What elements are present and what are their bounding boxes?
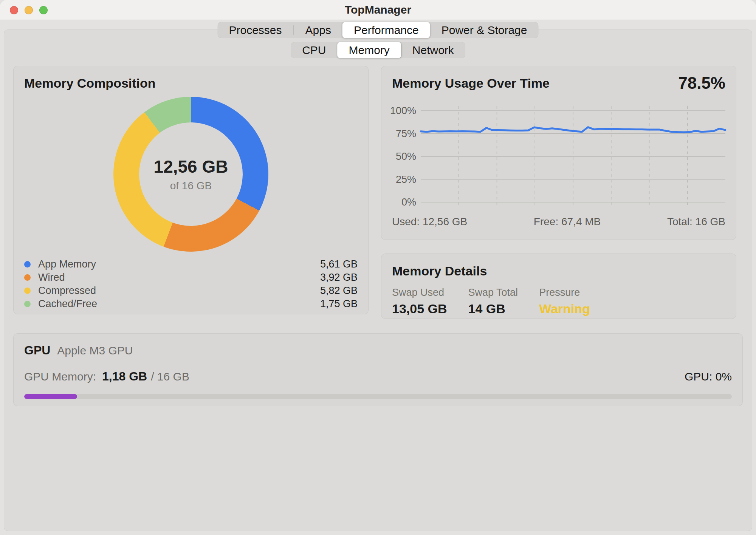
y-tick: 75% (396, 128, 416, 139)
legend-item-compressed: Compressed 5,82 GB (24, 284, 358, 297)
donut-center-value: 12,56 GB (154, 156, 228, 177)
memory-details-title: Memory Details (392, 264, 725, 278)
memory-usage-percent: 78.5% (678, 74, 725, 93)
usage-total: Total: 16 GB (667, 216, 725, 228)
usage-used: Used: 12,56 GB (392, 216, 467, 228)
traffic-lights (10, 6, 48, 14)
window-title: TopManager (345, 3, 411, 16)
tab-apps[interactable]: Apps (294, 22, 342, 38)
gpu-label: GPU (24, 343, 50, 357)
usage-line-chart: 100% 75% 50% 25% 0% (392, 111, 725, 202)
legend-value: 1,75 GB (320, 298, 358, 310)
y-tick: 25% (396, 173, 416, 185)
gpu-card: GPU Apple M3 GPU GPU Memory: 1,18 GB / 1… (13, 333, 743, 406)
memory-composition-card: Memory Composition 12,56 GB of 16 GB App… (13, 66, 369, 314)
subtab-memory[interactable]: Memory (337, 42, 401, 58)
pressure-value: Warning (539, 302, 590, 316)
main-tab-bar: Processes Apps Performance Power & Stora… (218, 22, 539, 38)
legend-item-cached-free: Cached/Free 1,75 GB (24, 297, 358, 311)
legend-dot (24, 288, 31, 294)
memory-usage-card: Memory Usage Over Time 78.5% 100% 75% 50… (381, 66, 736, 240)
chart-plot-area (421, 111, 725, 202)
usage-line-svg (421, 111, 725, 202)
minimize-button[interactable] (25, 6, 33, 14)
tab-power-storage[interactable]: Power & Storage (430, 22, 539, 38)
usage-footer: Used: 12,56 GB Free: 67,4 MB Total: 16 G… (392, 216, 725, 228)
stat-swap-total: Swap Total 14 GB (468, 287, 518, 316)
gpu-usage-percent: GPU: 0% (685, 370, 732, 383)
legend-label: Wired (38, 272, 65, 283)
legend-value: 5,82 GB (320, 285, 358, 297)
gpu-memory-label: GPU Memory: (24, 370, 96, 383)
cards-area: Memory Composition 12,56 GB of 16 GB App… (13, 66, 743, 406)
subtab-network[interactable]: Network (401, 42, 465, 58)
legend-item-wired: Wired 3,92 GB (24, 271, 358, 284)
stat-value: 14 GB (468, 302, 518, 316)
title-bar: TopManager (0, 0, 756, 20)
legend-dot (24, 301, 31, 307)
stat-label: Pressure (539, 287, 590, 298)
memory-usage-title: Memory Usage Over Time (392, 76, 550, 91)
tab-processes[interactable]: Processes (218, 22, 293, 38)
memory-donut-chart: 12,56 GB of 16 GB (113, 97, 268, 252)
legend-label: App Memory (38, 258, 96, 270)
close-button[interactable] (10, 6, 18, 14)
donut-center: 12,56 GB of 16 GB (139, 122, 243, 226)
legend-label: Compressed (38, 285, 96, 297)
legend-label: Cached/Free (38, 298, 97, 310)
legend-item-app-memory: App Memory 5,61 GB (24, 258, 358, 271)
gpu-memory-total: / 16 GB (151, 370, 189, 383)
donut-center-subtext: of 16 GB (170, 180, 212, 192)
stat-pressure: Pressure Warning (539, 287, 590, 316)
stat-value: 13,05 GB (392, 302, 447, 316)
memory-details-card: Memory Details Swap Used 13,05 GB Swap T… (381, 254, 736, 319)
gpu-memory-fill (24, 394, 77, 399)
memory-composition-title: Memory Composition (24, 76, 358, 91)
window-body: Processes Apps Performance Power & Stora… (0, 20, 756, 535)
legend-dot (24, 274, 31, 281)
stat-swap-used: Swap Used 13,05 GB (392, 287, 447, 316)
gpu-memory-bar (24, 394, 732, 399)
legend-value: 3,92 GB (320, 272, 358, 283)
stat-label: Swap Used (392, 287, 447, 298)
legend-value: 5,61 GB (320, 258, 358, 270)
zoom-button[interactable] (39, 6, 48, 14)
memory-legend: App Memory 5,61 GB Wired 3,92 GB Compres… (24, 258, 358, 311)
legend-dot (24, 261, 31, 268)
stat-label: Swap Total (468, 287, 518, 298)
y-tick: 0% (401, 196, 416, 208)
usage-free: Free: 67,4 MB (534, 216, 601, 228)
y-tick: 50% (396, 151, 416, 162)
performance-sub-tab-bar: CPU Memory Network (291, 42, 465, 58)
chart-y-axis: 100% 75% 50% 25% 0% (392, 111, 421, 202)
tab-performance[interactable]: Performance (342, 22, 430, 38)
subtab-cpu[interactable]: CPU (291, 42, 337, 58)
y-tick: 100% (390, 105, 416, 117)
gpu-memory-value: 1,18 GB (102, 370, 147, 383)
gpu-name: Apple M3 GPU (57, 344, 133, 357)
